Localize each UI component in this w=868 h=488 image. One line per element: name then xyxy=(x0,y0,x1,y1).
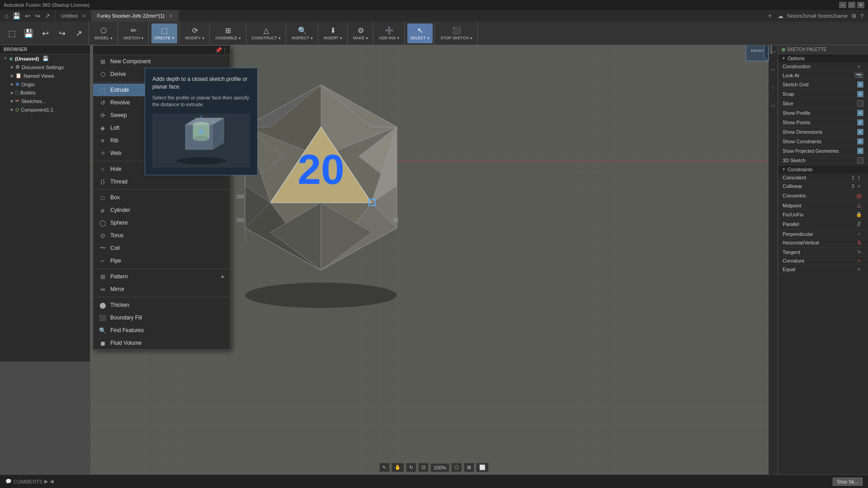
sketch-grid-checkbox[interactable]: ✓ xyxy=(857,81,863,88)
menu-item-pattern[interactable]: ⊞ Pattern ▶ xyxy=(93,270,230,283)
stop-sketch-status-button[interactable]: Stop Sk... xyxy=(833,478,863,486)
tab-funky[interactable]: Funky Snocker-Jofo 22mm*(1) ✕ xyxy=(92,10,179,22)
browser-item-named-views[interactable]: ▶ 📋 Named Views xyxy=(0,71,90,80)
slice-checkbox[interactable] xyxy=(857,100,863,107)
menu-pin-button[interactable]: 📌 xyxy=(215,47,222,53)
menu-item-thread[interactable]: ⟨⟩ Thread xyxy=(93,175,230,188)
select-label: SELECT ▼ xyxy=(410,36,430,40)
help-icon[interactable]: ? xyxy=(860,13,863,19)
undo-button[interactable]: ↩ xyxy=(24,11,31,20)
comments-collapse-button[interactable]: ◀ xyxy=(50,479,53,484)
toolbar-redo-button[interactable]: ↪ xyxy=(54,23,70,43)
home-button[interactable]: ⌂ xyxy=(4,11,9,20)
new-tab-button[interactable]: ＋ xyxy=(766,11,774,21)
vc-pan-button[interactable]: ✋ xyxy=(392,463,404,472)
maximize-button[interactable]: □ xyxy=(848,2,855,8)
minimize-button[interactable]: ─ xyxy=(839,2,846,8)
browser-item-bodies[interactable]: ▶ □ Bodies xyxy=(0,89,90,97)
model-menu-button[interactable]: ⬡ MODEL ▼ xyxy=(92,23,116,43)
menu-item-box[interactable]: □ Box xyxy=(93,191,230,204)
toolbar-save-button[interactable]: 💾 xyxy=(20,23,37,43)
menu-item-sphere[interactable]: ◯ Sphere xyxy=(93,216,230,229)
redo-button[interactable]: ↪ xyxy=(34,11,41,20)
construct-menu-button[interactable]: △ CONSTRUCT ▼ xyxy=(249,23,284,43)
menu-item-pipe[interactable]: ⌐ Pipe xyxy=(93,254,230,267)
menu-item-fluid-volume[interactable]: ◼ Fluid Volume xyxy=(93,337,230,349)
sphere-icon: ◯ xyxy=(99,219,107,227)
make-menu-button[interactable]: ⚙ MAKE ▼ xyxy=(350,23,371,43)
tab-funky-close[interactable]: ✕ xyxy=(169,14,173,19)
origin-arrow: ▶ xyxy=(11,82,14,86)
browser-item-sketches[interactable]: ▶ ✏ Sketches... xyxy=(0,97,90,105)
addins-menu-button[interactable]: ➕ ADD-INS ▼ xyxy=(376,23,402,43)
vc-display-mode-button[interactable]: ⬡ xyxy=(451,463,462,472)
sp-row-show-constraints: Show Constraints ✓ xyxy=(778,137,868,146)
create-label: CREATE ▼ xyxy=(154,36,175,40)
menu-item-thicken[interactable]: ⬤ Thicken xyxy=(93,299,230,311)
save-button[interactable]: 💾 xyxy=(12,11,21,20)
select-menu-button[interactable]: ↖ SELECT ▼ xyxy=(407,23,433,43)
toolbar-undo-button[interactable]: ↩ xyxy=(37,23,53,43)
stop-sketch-icon: ⬛ xyxy=(452,26,461,35)
browser-item-origin[interactable]: ▶ ⊕ Origin xyxy=(0,80,90,89)
insert-label: INSERT ▼ xyxy=(324,36,343,40)
create-menu-button[interactable]: ⬚ CREATE ▼ xyxy=(151,23,177,43)
vc-select-button[interactable]: ↖ xyxy=(379,463,390,472)
assemble-menu-button[interactable]: ⊞ ASSEMBLE ▼ xyxy=(212,23,244,43)
snap-checkbox[interactable]: ✓ xyxy=(857,91,863,97)
title-bar: Autodesk Fusion 360 (Startup License) ─ … xyxy=(0,0,868,10)
vc-grid-display-button[interactable]: ⊞ xyxy=(464,463,474,472)
constraints-section-title[interactable]: ▼ Constraints xyxy=(778,165,868,174)
menu-item-find-features[interactable]: 🔍 Find Features xyxy=(93,324,230,337)
menu-item-cylinder[interactable]: ⌀ Cylinder xyxy=(93,204,230,216)
menu-dots-button[interactable]: ⋮ xyxy=(222,47,227,53)
tooltip-preview xyxy=(152,113,250,168)
menu-item-torus[interactable]: ⊙ Torus xyxy=(93,229,230,242)
sketch-palette-dot xyxy=(782,48,785,52)
doc-arrow: ▶ xyxy=(11,65,14,69)
show-points-checkbox[interactable]: ✓ xyxy=(857,119,863,126)
3d-sketch-checkbox[interactable] xyxy=(857,157,863,164)
vc-zoom-percent-button[interactable]: 100% xyxy=(430,463,449,472)
menu-item-boundary-fill[interactable]: ⬛ Boundary Fill xyxy=(93,311,230,324)
make-arrow: ▼ xyxy=(365,37,368,40)
tab-untitled[interactable]: Untitled ✕ xyxy=(55,10,91,22)
comments-label: COMMENTS xyxy=(14,479,42,484)
browser-item-component[interactable]: ▶ ◇ Component1:1 xyxy=(0,105,90,114)
settings-icon[interactable]: ⚙ xyxy=(851,13,857,19)
insert-menu-button[interactable]: ⬇ INSERT ▼ xyxy=(321,23,345,43)
look-at-button[interactable]: 📷 xyxy=(854,72,863,78)
toolbar-share-button[interactable]: ↗ xyxy=(71,23,87,43)
show-dimensions-checkbox[interactable]: ✓ xyxy=(857,129,863,135)
close-button[interactable]: ✕ xyxy=(857,2,864,8)
pattern-icon: ⊞ xyxy=(99,272,107,281)
coincident-label: Coincident xyxy=(783,175,845,180)
browser-item-doc-settings[interactable]: ▶ ⚙ Document Settings xyxy=(0,63,90,71)
inspect-label: INSPECT ▼ xyxy=(292,36,313,40)
inspect-menu-button[interactable]: 🔍 INSPECT ▼ xyxy=(289,23,316,43)
browser-item-unsaved[interactable]: ▼ ◉ (Unsaved) 💾 xyxy=(0,54,90,63)
show-profile-checkbox[interactable]: ✓ xyxy=(857,110,863,116)
show-projected-checkbox[interactable]: ✓ xyxy=(857,148,863,154)
comments-icon: 💬 xyxy=(5,479,12,484)
options-section-title[interactable]: ▼ Options xyxy=(778,54,868,62)
comments-expand-button[interactable]: ▶ xyxy=(44,479,48,484)
menu-item-mirror[interactable]: ⇔ Mirror xyxy=(93,283,230,296)
modify-arrow: ▼ xyxy=(202,37,205,40)
menu-item-new-component[interactable]: ⊞ New Component xyxy=(93,55,230,68)
vc-zoom-fit-button[interactable]: ⊡ xyxy=(418,463,429,472)
quick-access-area: ⌂ 💾 ↩ ↪ ↗ xyxy=(0,10,55,22)
sphere-label: Sphere xyxy=(110,220,225,226)
create-arrow: ▼ xyxy=(171,37,175,40)
modify-menu-button[interactable]: ⟳ MODIFY ▼ xyxy=(182,23,208,43)
show-dimensions-check: ✓ xyxy=(859,130,862,134)
vc-more-display-button[interactable]: ⬜ xyxy=(476,463,489,472)
toolbar-new-button[interactable]: ⬚ xyxy=(4,23,20,43)
tab-untitled-close[interactable]: ✕ xyxy=(82,14,86,19)
stop-sketch-button[interactable]: ⬛ STOP SKETCH ▼ xyxy=(438,23,476,43)
vc-orbit-button[interactable]: ↻ xyxy=(406,463,416,472)
menu-item-coil[interactable]: 〜 Coil xyxy=(93,242,230,254)
share-button[interactable]: ↗ xyxy=(44,11,51,20)
show-constraints-checkbox[interactable]: ✓ xyxy=(857,138,863,145)
sketch-menu-button[interactable]: ✏ SKETCH ▼ xyxy=(121,23,146,43)
